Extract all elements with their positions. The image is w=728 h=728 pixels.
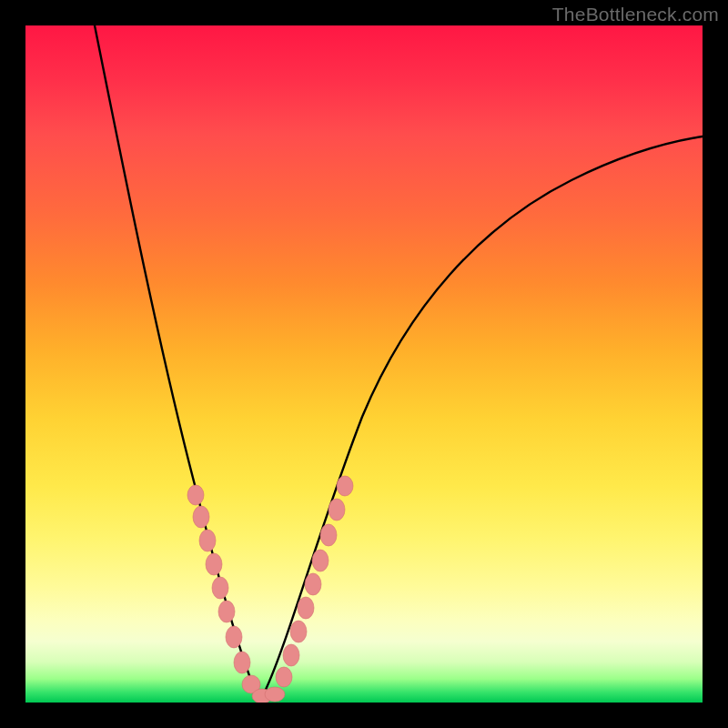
- svg-point-4: [212, 577, 228, 599]
- curve-left-branch: [95, 25, 262, 697]
- svg-point-6: [226, 626, 242, 648]
- svg-point-7: [234, 652, 250, 673]
- chart-svg: [25, 25, 703, 703]
- svg-point-10: [265, 687, 285, 702]
- svg-point-17: [320, 524, 337, 546]
- svg-point-13: [290, 621, 307, 642]
- svg-point-2: [199, 530, 216, 551]
- svg-point-19: [337, 476, 353, 496]
- svg-point-15: [305, 573, 321, 595]
- svg-point-16: [312, 550, 329, 571]
- svg-point-11: [276, 667, 292, 687]
- plot-area: [25, 25, 703, 703]
- svg-point-14: [298, 597, 314, 619]
- chart-frame: TheBottleneck.com: [0, 0, 728, 728]
- svg-point-18: [329, 499, 345, 521]
- svg-point-5: [218, 601, 235, 622]
- svg-point-12: [283, 644, 299, 666]
- watermark-text: TheBottleneck.com: [552, 4, 719, 25]
- svg-point-3: [206, 553, 222, 575]
- svg-point-0: [187, 485, 204, 505]
- curve-right-branch: [262, 136, 703, 697]
- svg-point-1: [193, 506, 209, 528]
